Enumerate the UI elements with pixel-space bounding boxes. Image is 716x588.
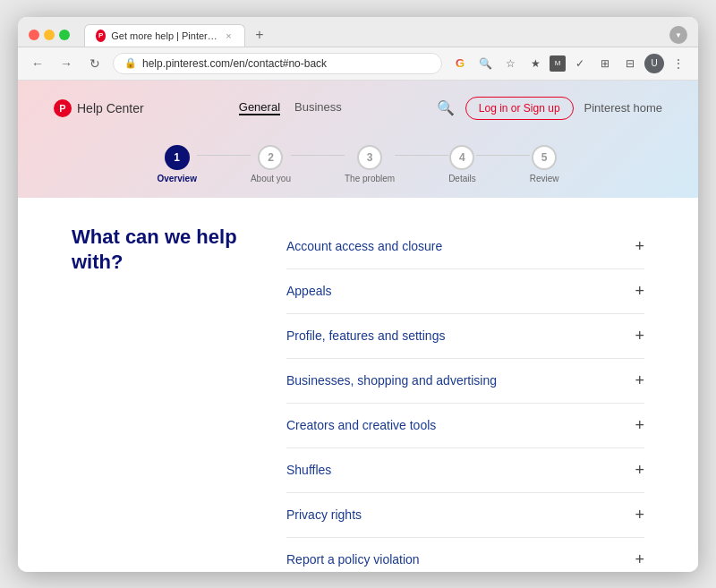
accordion-title-1: Appeals <box>286 284 332 298</box>
step-3-label: The problem <box>345 174 395 183</box>
step-5: 5 Review <box>530 145 559 183</box>
left-section: What can we help with? <box>72 225 251 572</box>
accordion-plus-0: + <box>635 237 644 256</box>
accordion-plus-2: + <box>635 327 644 345</box>
steps-container: 1 Overview 2 About you 3 The problem <box>18 127 698 198</box>
accordion-plus-4: + <box>635 416 644 435</box>
user-avatar[interactable]: U <box>644 54 664 73</box>
accordion-header-1[interactable]: Appeals + <box>286 269 644 313</box>
accordion-header-6[interactable]: Privacy rights + <box>286 493 644 537</box>
search-button[interactable]: 🔍 <box>437 99 455 116</box>
search-action-button[interactable]: 🔍 <box>474 53 496 74</box>
accordion-header-5[interactable]: Shuffles + <box>286 448 644 492</box>
accordion-title-7: Report a policy violation <box>286 552 420 567</box>
nav-right: 🔍 Log in or Sign up Pinterest home <box>437 97 662 120</box>
tab-favicon: P <box>96 30 106 42</box>
accordion-title-5: Shuffles <box>286 463 331 477</box>
pinterest-logo: P <box>54 99 72 117</box>
accordion-plus-6: + <box>635 506 644 524</box>
security-lock-icon: 🔒 <box>124 57 137 69</box>
accordion-title-4: Creators and creative tools <box>286 418 436 432</box>
accordion-plus-5: + <box>635 461 644 480</box>
google-icon: G <box>449 53 471 74</box>
step-4-circle: 4 <box>449 145 474 170</box>
help-center-text: Help Center <box>77 101 144 115</box>
accordion-header-2[interactable]: Profile, features and settings + <box>286 314 644 358</box>
new-tab-button[interactable]: + <box>249 24 270 46</box>
accordion-title-6: Privacy rights <box>286 507 362 522</box>
check-extension[interactable]: ✓ <box>569 53 591 74</box>
nav-link-general[interactable]: General <box>239 100 280 115</box>
accordion-item-3: Businesses, shopping and advertising + <box>286 359 644 404</box>
step-3: 3 The problem <box>345 145 395 183</box>
google-letter: G <box>456 56 465 70</box>
accordion-header-7[interactable]: Report a policy violation + <box>286 538 644 572</box>
accordion-item-6: Privacy rights + <box>286 493 644 538</box>
minimize-button[interactable] <box>44 30 55 40</box>
traffic-lights <box>29 30 70 40</box>
title-bar: P Get more help | Pinterest Help × + ▼ <box>18 17 698 47</box>
nav-link-business[interactable]: Business <box>294 100 342 115</box>
step-connector-1 <box>197 155 251 156</box>
pinterest-home-link[interactable]: Pinterest home <box>584 101 662 115</box>
accordion-header-3[interactable]: Businesses, shopping and advertising + <box>286 359 644 403</box>
right-section: Account access and closure + Appeals + P… <box>286 225 644 572</box>
step-1-circle: 1 <box>165 145 190 170</box>
extension-icon: M <box>550 55 566 72</box>
accordion-header-4[interactable]: Creators and creative tools + <box>286 404 644 447</box>
menu-button[interactable]: ⋮ <box>668 53 689 74</box>
main-heading: What can we help with? <box>72 225 251 276</box>
browser-window: P Get more help | Pinterest Help × + ▼ ←… <box>18 17 698 572</box>
refresh-button[interactable]: ↻ <box>84 53 106 74</box>
accordion-item-7: Report a policy violation + <box>286 538 644 572</box>
step-2-label: About you <box>251 174 291 183</box>
accordion-plus-1: + <box>635 282 644 301</box>
login-signup-button[interactable]: Log in or Sign up <box>465 97 574 120</box>
nav-links: General Business <box>239 100 342 115</box>
url-text: help.pinterest.com/en/contact#no-back <box>142 57 327 70</box>
accordion-title-3: Businesses, shopping and advertising <box>286 373 497 388</box>
browser-actions: G 🔍 ☆ ★ M ✓ ⊞ ⊟ U ⋮ <box>449 53 689 74</box>
maximize-button[interactable] <box>59 30 70 40</box>
step-2: 2 About you <box>251 145 291 183</box>
back-button[interactable]: ← <box>27 53 48 74</box>
accordion-item-5: Shuffles + <box>286 448 644 493</box>
accordion-plus-3: + <box>635 371 644 390</box>
page-header: P Help Center General Business 🔍 Log in … <box>18 81 698 198</box>
browser-toolbar: ← → ↻ 🔒 help.pinterest.com/en/contact#no… <box>18 47 698 81</box>
accordion-item-0: Account access and closure + <box>286 225 644 269</box>
step-2-circle: 2 <box>258 145 283 170</box>
tab-close-button[interactable]: × <box>224 30 234 42</box>
step-1-label: Overview <box>157 174 196 183</box>
tab-title: Get more help | Pinterest Help <box>111 30 217 41</box>
step-connector-3 <box>395 155 448 156</box>
main-content: What can we help with? Account access an… <box>18 198 698 572</box>
close-button[interactable] <box>29 30 39 40</box>
accordion-title-2: Profile, features and settings <box>286 328 445 343</box>
step-5-circle: 5 <box>532 145 557 170</box>
step-connector-2 <box>291 155 345 156</box>
step-1: 1 Overview <box>157 145 196 183</box>
window-control: ▼ <box>669 26 687 44</box>
nav-bar: P Help Center General Business 🔍 Log in … <box>18 89 698 127</box>
accordion-plus-7: + <box>635 550 644 569</box>
step-4-label: Details <box>448 174 476 183</box>
step-5-label: Review <box>530 174 559 183</box>
accordion-header-0[interactable]: Account access and closure + <box>286 225 644 268</box>
help-center-logo: P Help Center <box>54 99 144 117</box>
page-content: P Help Center General Business 🔍 Log in … <box>18 81 698 572</box>
bookmark-button[interactable]: ☆ <box>499 53 521 74</box>
forward-button[interactable]: → <box>55 53 77 74</box>
star-button[interactable]: ★ <box>524 53 546 74</box>
accordion-item-4: Creators and creative tools + <box>286 404 644 448</box>
step-4: 4 Details <box>448 145 476 183</box>
accordion-title-0: Account access and closure <box>286 239 442 253</box>
accordion-item-1: Appeals + <box>286 269 644 314</box>
address-bar[interactable]: 🔒 help.pinterest.com/en/contact#no-back <box>113 53 442 74</box>
puzzle-extension[interactable]: ⊞ <box>594 53 616 74</box>
browser-tab[interactable]: P Get more help | Pinterest Help × <box>84 24 245 47</box>
grid-button[interactable]: ⊟ <box>619 53 641 74</box>
step-connector-4 <box>476 155 530 156</box>
step-3-circle: 3 <box>357 145 382 170</box>
tab-bar: P Get more help | Pinterest Help × + <box>84 24 662 47</box>
